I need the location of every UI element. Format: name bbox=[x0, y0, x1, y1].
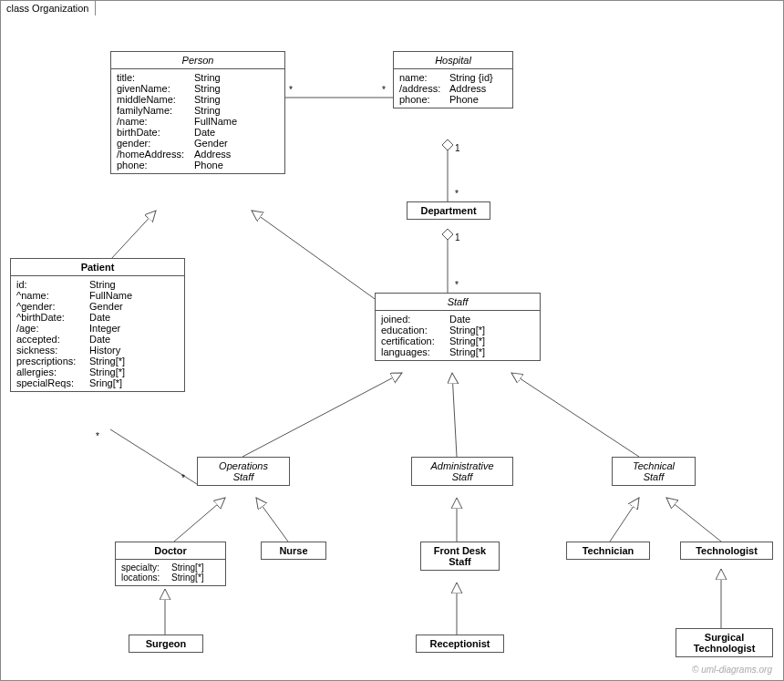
svg-line-13 bbox=[666, 498, 721, 542]
class-doctor: Doctor specialty:String[*]locations:Stri… bbox=[115, 542, 226, 586]
class-doctor-title: Doctor bbox=[116, 542, 225, 560]
ops-line1: Operations bbox=[219, 460, 268, 471]
frontdesk-line2: Staff bbox=[449, 556, 470, 567]
class-staff-attrs: joined:Dateeducation:String[*]certificat… bbox=[376, 311, 540, 360]
class-technician: Technician bbox=[566, 542, 650, 560]
class-hospital-title: Hospital bbox=[394, 52, 512, 69]
class-frontdesk: Front Desk Staff bbox=[420, 542, 500, 571]
class-nurse-title: Nurse bbox=[262, 542, 325, 559]
class-patient-attrs: id:String^name:FullName^gender:Gender^bi… bbox=[11, 276, 184, 391]
class-surgtech: Surgical Technologist bbox=[676, 628, 773, 657]
class-surgeon: Surgeon bbox=[129, 635, 203, 653]
mult-dept-staff-1: 1 bbox=[455, 232, 460, 242]
tech-line1: Technical bbox=[633, 460, 675, 471]
class-department: Department bbox=[407, 201, 490, 220]
admin-line2: Staff bbox=[452, 471, 473, 482]
mult-person-hospital-left: * bbox=[289, 85, 293, 95]
copyright: © uml-diagrams.org bbox=[692, 665, 772, 675]
class-department-title: Department bbox=[407, 202, 490, 219]
class-technician-title: Technician bbox=[567, 542, 649, 559]
class-person-attrs: title:StringgivenName:StringmiddleName:S… bbox=[111, 69, 284, 173]
surgtech-line2: Technologist bbox=[694, 643, 756, 654]
mult-hospital-dept-star: * bbox=[455, 189, 459, 199]
svg-line-10 bbox=[256, 498, 288, 542]
class-patient: Patient id:String^name:FullName^gender:G… bbox=[10, 258, 185, 392]
class-admin-staff-title: Administrative Staff bbox=[412, 458, 512, 485]
class-hospital: Hospital name:String {id}/address:Addres… bbox=[393, 51, 513, 108]
svg-line-9 bbox=[174, 498, 225, 542]
class-tech-staff-title: Technical Staff bbox=[613, 458, 695, 485]
class-surgeon-title: Surgeon bbox=[129, 635, 202, 652]
svg-line-8 bbox=[511, 373, 639, 457]
ops-line2: Staff bbox=[233, 471, 254, 482]
tech-line2: Staff bbox=[644, 471, 665, 482]
class-hospital-attrs: name:String {id}/address:Addressphone:Ph… bbox=[394, 69, 512, 108]
admin-line1: Administrative bbox=[430, 460, 493, 471]
class-frontdesk-title: Front Desk Staff bbox=[421, 542, 499, 570]
diagram-frame: class Organization bbox=[0, 0, 784, 681]
class-tech-staff: Technical Staff bbox=[612, 457, 696, 486]
class-nurse: Nurse bbox=[261, 542, 326, 560]
mult-patient-ops-left: * bbox=[96, 431, 99, 441]
class-technologist-title: Technologist bbox=[681, 542, 772, 559]
class-receptionist: Receptionist bbox=[416, 635, 504, 653]
class-surgtech-title: Surgical Technologist bbox=[676, 629, 772, 656]
class-staff: Staff joined:Dateeducation:String[*]cert… bbox=[375, 293, 541, 361]
svg-line-3 bbox=[110, 211, 156, 260]
svg-line-7 bbox=[452, 373, 457, 457]
class-ops-staff: Operations Staff bbox=[197, 457, 290, 486]
svg-line-6 bbox=[242, 373, 402, 457]
class-receptionist-title: Receptionist bbox=[417, 635, 503, 652]
svg-line-4 bbox=[252, 211, 384, 305]
mult-person-hospital-right: * bbox=[382, 85, 386, 95]
svg-line-12 bbox=[610, 498, 639, 542]
mult-hospital-dept-1: 1 bbox=[455, 143, 460, 153]
class-technologist: Technologist bbox=[680, 542, 773, 560]
mult-patient-ops-right: * bbox=[181, 473, 185, 483]
class-person: Person title:StringgivenName:Stringmiddl… bbox=[110, 51, 285, 174]
class-admin-staff: Administrative Staff bbox=[411, 457, 513, 486]
class-ops-staff-title: Operations Staff bbox=[198, 458, 289, 485]
frontdesk-line1: Front Desk bbox=[434, 545, 486, 556]
mult-dept-staff-star: * bbox=[455, 280, 459, 290]
class-patient-title: Patient bbox=[11, 259, 184, 276]
class-person-title: Person bbox=[111, 52, 284, 69]
surgtech-line1: Surgical bbox=[705, 632, 744, 643]
class-staff-title: Staff bbox=[376, 294, 540, 311]
class-doctor-attrs: specialty:String[*]locations:String[*] bbox=[116, 560, 225, 585]
